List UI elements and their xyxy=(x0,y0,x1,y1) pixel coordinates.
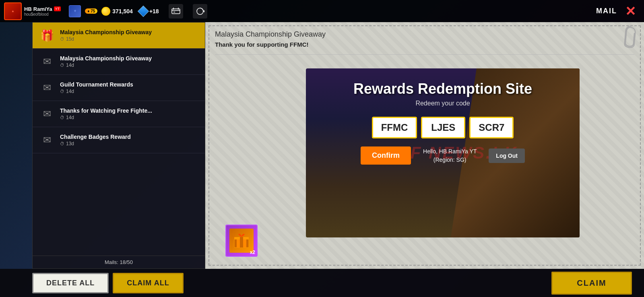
mail-item-title-3: Thanks for Watching Free Fighte... xyxy=(60,107,198,114)
confirm-button[interactable]: Confirm xyxy=(361,146,411,165)
mail-item-content-4: Challenge Badges Reward ⏱ 13d xyxy=(60,134,198,146)
mail-item-4[interactable]: ✉ Challenge Badges Reward ⏱ 13d xyxy=(33,127,205,153)
mail-sidebar: 🎁 Malaysia Championship Giveaway ⏱ 15d ✉… xyxy=(32,22,205,269)
code-boxes: FFMC LJES SCR7 xyxy=(372,117,514,138)
mail-item-title-2: Guild Tournament Rewards xyxy=(60,81,198,88)
user-region: (Region: SG) xyxy=(423,156,477,164)
level-value: 75 xyxy=(91,9,95,13)
reward-box: x2 xyxy=(225,225,258,257)
diamonds-display: +18 xyxy=(139,7,159,15)
mail-item-active[interactable]: 🎁 Malaysia Championship Giveaway ⏱ 15d xyxy=(33,23,205,49)
svg-rect-0 xyxy=(172,9,180,14)
code-part-2: LJES xyxy=(421,117,465,138)
mail-item-content-1: Malaysia Championship Giveaway ⏱ 14d xyxy=(60,55,198,68)
mail-item-time-3: ⏱ 14d xyxy=(60,115,198,120)
player-info: ▲ HB RamiYa YT hou$eofblood xyxy=(4,2,61,20)
mail-item-time-1: ⏱ 14d xyxy=(60,62,198,68)
user-info: Hello, HB RamiYa YT (Region: SG) xyxy=(423,147,477,164)
yt-badge: YT xyxy=(54,6,61,11)
coin-icon xyxy=(101,7,110,16)
mail-item-title-4: Challenge Badges Reward xyxy=(60,134,198,140)
mail-time-value-4: 13d xyxy=(66,141,74,146)
reward-inner xyxy=(229,229,254,253)
reward-count: x2 xyxy=(250,250,255,255)
transfer-icon[interactable] xyxy=(169,4,183,19)
close-button[interactable]: ✕ xyxy=(625,4,636,19)
delete-all-button[interactable]: DELETE ALL xyxy=(32,273,109,293)
sync-icon[interactable] xyxy=(193,4,207,19)
code-part-1: FFMC xyxy=(372,117,417,138)
coin-value: 371,504 xyxy=(112,8,133,14)
user-greeting: Hello, HB RamiYa YT xyxy=(423,147,477,156)
mail-time-value-3: 14d xyxy=(66,115,74,120)
mail-divider xyxy=(215,54,634,55)
diamond-icon xyxy=(138,5,149,16)
guild-emblem-icon: ⚜ xyxy=(74,9,76,13)
mail-item-content-0: Malaysia Championship Giveaway ⏱ 15d xyxy=(60,29,198,42)
mail-item-title-1: Malaysia Championship Giveaway xyxy=(60,55,198,62)
code-part-3: SCR7 xyxy=(469,117,514,138)
currency-section: 371,504 +18 xyxy=(101,4,207,19)
envelope-icon-2: ✉ xyxy=(39,80,55,96)
avatar: ▲ xyxy=(4,2,22,20)
diamond-value: +18 xyxy=(149,8,159,14)
reward-item: x2 xyxy=(225,225,258,257)
guild-emblem: ⚜ xyxy=(69,5,81,17)
svg-rect-9 xyxy=(240,239,243,248)
mail-time-value-2: 14d xyxy=(66,89,74,94)
paperclip-decoration xyxy=(623,24,637,52)
envelope-icon-4: ✉ xyxy=(39,132,55,148)
mail-greeting: Thank you for supporting FFMC! xyxy=(215,41,634,48)
mail-item-2[interactable]: ✉ Guild Tournament Rewards ⏱ 14d xyxy=(33,75,205,101)
redemption-subtitle: Redeem your code xyxy=(415,100,470,107)
guild-tag-label: HB xyxy=(24,6,32,12)
player-name-label: RamiYa xyxy=(33,6,52,12)
clock-icon-0: ⏱ xyxy=(60,37,64,41)
gift-icon: 🎁 xyxy=(39,27,55,43)
mail-item-1[interactable]: ✉ Malaysia Championship Giveaway ⏱ 14d xyxy=(33,49,205,75)
svg-rect-11 xyxy=(240,237,243,239)
claim-all-button[interactable]: CLAIM ALL xyxy=(113,273,183,293)
top-hud: ▲ HB RamiYa YT hou$eofblood ⚜ ♦ 75 371,5… xyxy=(0,0,644,22)
coins-display: 371,504 xyxy=(101,7,133,16)
mail-item-time-2: ⏱ 14d xyxy=(60,89,198,94)
mail-item-3[interactable]: ✉ Thanks for Watching Free Fighte... ⏱ 1… xyxy=(33,101,205,127)
redemption-panel: SL FF NEWS.LK Rewards Redemption Site Re… xyxy=(306,68,580,237)
envelope-icon-1: ✉ xyxy=(39,54,55,70)
bottom-bar: DELETE ALL CLAIM ALL CLAIM xyxy=(0,269,644,297)
mail-item-content-2: Guild Tournament Rewards ⏱ 14d xyxy=(60,81,198,94)
redemption-content: Rewards Redemption Site Redeem your code… xyxy=(306,68,580,237)
envelope-icon-3: ✉ xyxy=(39,106,55,122)
mail-item-title-0: Malaysia Championship Giveaway xyxy=(60,29,198,35)
mail-time-value-0: 15d xyxy=(66,36,74,42)
player-name-row: HB RamiYa YT xyxy=(24,6,61,12)
level-badge: ♦ 75 xyxy=(85,8,97,14)
redemption-title: Rewards Redemption Site xyxy=(353,80,532,97)
claim-button[interactable]: CLAIM xyxy=(551,272,632,295)
player-details: HB RamiYa YT hou$eofblood xyxy=(24,6,61,16)
mail-item-time-0: ⏱ 15d xyxy=(60,36,198,42)
logout-button[interactable]: Log Out xyxy=(489,148,525,163)
redemption-actions: Confirm Hello, HB RamiYa YT (Region: SG)… xyxy=(361,146,525,165)
mail-item-content-3: Thanks for Watching Free Fighte... ⏱ 14d xyxy=(60,107,198,120)
mail-subject: Malaysia Championship Giveaway xyxy=(215,30,634,39)
mail-time-value-1: 14d xyxy=(66,62,74,68)
guild-name-label: hou$eofblood xyxy=(24,12,61,16)
mail-count: Mails: 18/50 xyxy=(33,256,205,268)
mail-item-time-4: ⏱ 13d xyxy=(60,141,198,146)
mail-label: MAIL xyxy=(596,7,617,15)
